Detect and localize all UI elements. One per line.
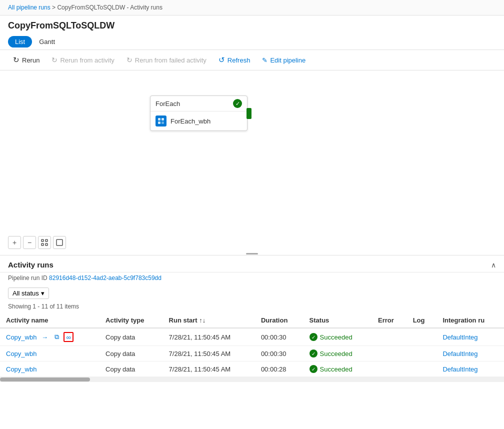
svg-rect-3 [162,122,164,124]
pipeline-run-id-label: Pipeline run ID [8,274,48,282]
horizontal-scrollbar[interactable] [0,377,504,382]
activity-runs-title: Activity runs [8,260,54,269]
integration-runtime-link[interactable]: DefaultInteg [442,334,478,341]
refresh-button[interactable]: ↺ Refresh [214,53,256,67]
collapse-handle[interactable] [244,252,260,255]
refresh-label: Refresh [228,56,250,64]
cell-duration: 00:00:30 [255,346,304,362]
cell-run-start: 7/28/21, 11:50:45 AM [163,328,255,346]
svg-rect-4 [42,240,44,242]
pipeline-node[interactable]: ForEach ✓ ForEach_wbh [150,96,248,131]
page-title: CopyFromSQLToSQLDW [0,16,504,34]
svg-rect-0 [158,118,160,120]
foreach-icon [156,116,166,126]
showing-text: Showing 1 - 11 of 11 items [0,302,504,313]
activity-name-link[interactable]: Copy_wbh [6,366,36,373]
activity-name-link[interactable]: Copy_wbh [6,334,36,341]
cell-integration-runtime: DefaultInteg [436,346,504,362]
status-badge: ✓ Succeeded [310,350,366,358]
tab-bar: List Gantt [0,34,504,50]
col-activity-name: Activity name [0,313,100,328]
breadcrumb: All pipeline runs > CopyFromSQLToSQLDW -… [0,0,504,16]
col-duration: Duration [255,313,304,328]
rerun-from-activity-label: Rerun from activity [60,56,114,64]
copy-icon[interactable]: ⧉ [52,332,62,342]
cell-run-start: 7/28/21, 11:50:45 AM [163,346,255,362]
status-filter-button[interactable]: All status ▾ [8,288,49,299]
edit-pipeline-icon: ✎ [262,56,268,64]
cell-log [407,328,437,346]
node-title: ForEach [156,100,180,108]
rerun-from-failed-button[interactable]: ↻ Rerun from failed activity [122,54,212,66]
node-header: ForEach ✓ [150,96,247,112]
cell-status: ✓ Succeeded [304,362,372,377]
zoom-out-button[interactable]: − [23,236,36,249]
cell-error [372,328,407,346]
status-text: Succeeded [320,366,352,373]
cell-duration: 00:00:28 [255,362,304,377]
svg-rect-6 [42,244,44,246]
horizontal-scrollbar-thumb[interactable] [0,378,90,382]
row-actions: → ⧉ ∞ [40,332,74,342]
edit-pipeline-button[interactable]: ✎ Edit pipeline [257,54,310,66]
col-log: Log [407,313,437,328]
integration-runtime-link[interactable]: DefaultInteg [442,350,478,358]
activity-runs-table: Activity name Activity type Run start ↑↓… [0,313,504,377]
navigate-icon[interactable]: → [40,332,50,342]
node-child-label: ForEach_wbh [170,118,210,125]
collapse-chevron-icon[interactable]: ∧ [491,261,496,269]
rerun-from-activity-button[interactable]: ↻ Rerun from activity [46,54,119,66]
cell-activity-name: Copy_wbh [0,346,100,362]
svg-rect-2 [158,122,160,124]
node-connector [246,108,252,119]
svg-rect-8 [56,240,62,246]
cell-activity-type: Copy data [100,328,163,346]
svg-rect-7 [46,244,48,246]
activity-name-link[interactable]: Copy_wbh [6,350,36,358]
refresh-icon: ↺ [218,56,225,64]
pipeline-run-id-link[interactable]: 82916d48-d152-4ad2-aeab-5c9f783c59dd [49,274,162,282]
status-dot-icon: ✓ [310,365,318,373]
zoom-in-button[interactable]: + [8,236,21,249]
pipeline-run-id-row: Pipeline run ID 82916d48-d152-4ad2-aeab-… [0,272,504,284]
collapse-line [246,253,258,254]
tab-list[interactable]: List [8,36,32,48]
tab-gantt[interactable]: Gantt [32,36,62,48]
cell-duration: 00:00:30 [255,328,304,346]
fit-button[interactable] [38,236,51,249]
table-row: Copy_wbhCopy data 7/28/21, 11:50:45 AM 0… [0,346,504,362]
node-body: ForEach_wbh [150,112,247,130]
cell-status: ✓ Succeeded [304,346,372,362]
edit-pipeline-label: Edit pipeline [270,56,306,64]
chevron-down-icon: ▾ [41,290,44,297]
rerun-button[interactable]: ↻ Rerun [8,53,44,67]
status-badge: ✓ Succeeded [310,333,366,341]
toolbar: ↻ Rerun ↻ Rerun from activity ↻ Rerun fr… [0,50,504,70]
cell-error [372,346,407,362]
status-badge: ✓ Succeeded [310,365,366,373]
table-row: Copy_wbhCopy data 7/28/21, 11:50:45 AM 0… [0,362,504,377]
svg-rect-5 [46,240,48,242]
cell-activity-name: Copy_wbh [0,362,100,377]
col-integration-runtime: Integration ru [436,313,504,328]
link-icon[interactable]: ∞ [64,332,74,342]
rerun-from-failed-label: Rerun from failed activity [135,56,206,64]
cell-log [407,346,437,362]
breadcrumb-link[interactable]: All pipeline runs [8,4,50,11]
rerun-icon: ↻ [13,56,20,64]
svg-rect-1 [162,118,164,120]
status-dot-icon: ✓ [310,350,318,358]
reset-button[interactable] [53,236,66,249]
rerun-from-activity-icon: ↻ [52,56,58,64]
breadcrumb-current: CopyFromSQLToSQLDW - Activity runs [57,4,162,11]
integration-runtime-link[interactable]: DefaultInteg [442,366,478,373]
cell-activity-type: Copy data [100,346,163,362]
cell-error [372,362,407,377]
col-run-start[interactable]: Run start ↑↓ [163,313,255,328]
rerun-label: Rerun [22,56,40,64]
cell-log [407,362,437,377]
cell-integration-runtime: DefaultInteg [436,362,504,377]
status-filter-label: All status [12,290,39,297]
activity-runs-section: Activity runs ∧ Pipeline run ID 82916d48… [0,256,504,382]
cell-integration-runtime: DefaultInteg [436,328,504,346]
